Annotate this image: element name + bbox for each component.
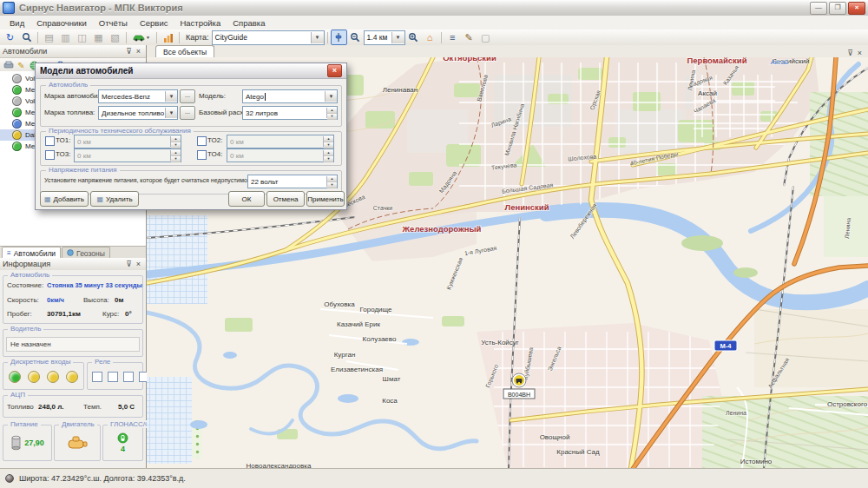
ok-button[interactable]: ОК — [228, 191, 265, 207]
device-icon[interactable] — [2, 59, 15, 71]
chevron-down-icon[interactable]: ▼ — [165, 91, 177, 102]
fuel-value: 248,0 л. — [38, 403, 64, 411]
scale-combo[interactable]: 1.4 км ▼ — [364, 30, 405, 45]
relay-checkbox[interactable] — [123, 372, 134, 382]
svg-text:М-4: М-4 — [720, 342, 733, 350]
chevron-down-icon[interactable]: ▼ — [325, 91, 337, 102]
tab-vehicles[interactable]: ≡ Автомобили — [2, 247, 61, 259]
relay-row — [92, 372, 149, 382]
map-label: Первомайский — [687, 57, 746, 65]
vehicle-select-button[interactable]: ▼ — [129, 30, 154, 45]
model-combo[interactable]: Atego ▼ — [242, 89, 338, 103]
home-view-button[interactable]: ⌂ — [422, 30, 438, 45]
to1-field[interactable]: 0 км ▲▼ — [74, 135, 181, 148]
brand-browse-button[interactable]: ... — [180, 89, 195, 103]
to3-field[interactable]: 0 км ▲▼ — [74, 148, 181, 162]
vehicle-state-group: Автомобиль Состояние: Стоянка 35 минут 3… — [3, 275, 143, 324]
pin-icon[interactable]: ⊽ — [124, 260, 134, 269]
close-icon[interactable]: × — [855, 48, 865, 57]
add-model-button[interactable]: ▦ Добавить — [40, 191, 89, 207]
to4-field[interactable]: 0 км ▲▼ — [227, 148, 334, 162]
zoom-in-icon — [408, 32, 418, 43]
document-icon: ◫ — [74, 30, 90, 45]
consumption-spinner[interactable]: 32 литров ▲▼ — [242, 106, 338, 120]
table-icon: ▦ — [90, 30, 107, 45]
close-icon[interactable]: × — [134, 47, 143, 56]
info-panel-title: Информация — [3, 260, 124, 268]
to3-checkbox[interactable] — [45, 150, 55, 160]
map-label: Красный Сад — [556, 448, 600, 456]
voltage-spinner[interactable]: 22 вольт ▲▼ — [247, 175, 338, 188]
menu-help[interactable]: Справка — [227, 17, 271, 29]
menu-view[interactable]: Вид — [3, 17, 30, 29]
brand-combo[interactable]: Mercedes-Benz ▼ — [98, 89, 178, 103]
pin-icon[interactable]: ⊽ — [845, 48, 855, 57]
relay-group: Реле — [87, 362, 143, 390]
apply-button[interactable]: Применить — [306, 191, 345, 207]
fuel-combo[interactable]: Дизельное топливо ▼ — [98, 106, 178, 120]
zoom-out-button[interactable] — [347, 30, 364, 45]
restore-button[interactable]: ❐ — [829, 2, 846, 15]
report-icon: ▤ — [41, 30, 57, 45]
map-label: Усть-Койсуг — [481, 339, 519, 346]
to1-checkbox[interactable] — [45, 136, 55, 146]
menu-service[interactable]: Сервис — [134, 17, 174, 29]
spinner-buttons[interactable]: ▲▼ — [326, 108, 337, 118]
map-label: Городище — [359, 306, 392, 313]
temp-value: 5,0 С — [118, 403, 135, 411]
fuel-browse-button[interactable]: ... — [180, 106, 195, 120]
globe-icon — [67, 249, 74, 258]
battery-icon — [10, 435, 22, 451]
to2-label: ТО2: — [207, 136, 222, 144]
dialog-close-button[interactable]: × — [327, 64, 342, 77]
search-icon[interactable] — [18, 30, 35, 45]
menu-settings[interactable]: Настройка — [174, 17, 227, 29]
map-label: Ленина — [726, 410, 746, 416]
mileage-value: 30791,1км — [47, 310, 81, 318]
cancel-button[interactable]: Отмена — [266, 191, 305, 207]
pin-icon[interactable]: ⊽ — [124, 47, 134, 56]
chevron-down-icon[interactable]: ▼ — [311, 32, 324, 43]
relay-checkbox[interactable] — [108, 372, 118, 382]
map-label: Истомино — [740, 458, 773, 465]
vehicle-status-icon — [12, 74, 22, 83]
chevron-down-icon[interactable]: ▼ — [165, 108, 177, 118]
maintenance-group: Периодичность технического обслуживания … — [40, 131, 342, 166]
car-icon — [133, 33, 145, 42]
zoom-out-icon — [350, 32, 360, 43]
object-list-button[interactable]: ≡ — [444, 30, 461, 45]
edit-button[interactable]: ✎ — [461, 30, 477, 45]
remove-model-button[interactable]: ▦ Удалить — [90, 191, 139, 207]
dialog-title-bar[interactable]: Модели автомобилей × — [36, 63, 346, 79]
zoom-in-button[interactable] — [405, 30, 422, 45]
map-select-combo[interactable]: CityGuide ▼ — [212, 30, 325, 45]
refresh-icon[interactable]: ↻ — [2, 30, 18, 45]
to4-checkbox[interactable] — [197, 150, 207, 160]
to2-checkbox[interactable] — [197, 136, 207, 146]
dialog-title: Модели автомобилей — [40, 66, 327, 76]
toolbar-separator — [179, 32, 180, 43]
menu-reports[interactable]: Отчёты — [93, 17, 134, 29]
minimize-button[interactable]: — — [810, 2, 827, 15]
tab-geozones[interactable]: Геозоны — [62, 247, 110, 259]
close-button[interactable]: × — [848, 2, 865, 15]
to2-field[interactable]: 0 км ▲▼ — [227, 135, 334, 148]
statistics-icon[interactable] — [160, 30, 176, 45]
track-slider-toggle[interactable] — [331, 30, 347, 45]
driver-value: Не назначен — [6, 337, 140, 352]
chevron-down-icon[interactable]: ▼ — [391, 32, 404, 43]
map-label: Железнодорожный — [402, 224, 482, 234]
close-icon[interactable]: × — [134, 260, 143, 269]
dock-tabs: ≡ Автомобили Геозоны — [0, 246, 146, 259]
vehicles-panel-header: Автомобили ⊽ × — [0, 45, 146, 58]
menu-directories[interactable]: Справочники — [30, 17, 93, 29]
led-row — [9, 371, 78, 383]
info-panel: Автомобиль Состояние: Стоянка 35 минут 3… — [0, 270, 146, 469]
spinner-buttons[interactable]: ▲▼ — [326, 176, 337, 187]
relay-checkbox[interactable] — [92, 372, 102, 382]
edit-brush-icon[interactable]: ✎ — [15, 59, 28, 71]
tab-all-objects[interactable]: Все объекты — [155, 45, 214, 57]
road-badge: М-4 — [714, 340, 737, 351]
altitude-label: Высота: — [83, 296, 109, 304]
vehicles-panel-title: Автомобили — [3, 47, 124, 56]
